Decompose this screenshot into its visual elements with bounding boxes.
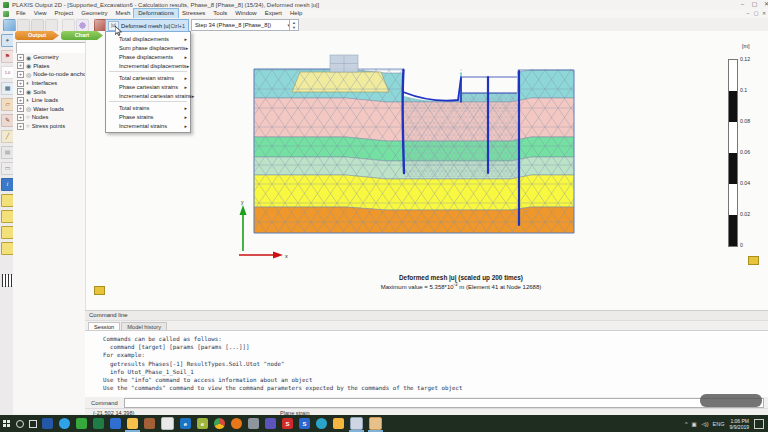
eye-half-icon[interactable]: ◐ [26, 97, 30, 103]
menu-view[interactable]: View [30, 9, 51, 18]
canvas-note-icon[interactable] [94, 286, 105, 295]
taskbar-search-icon[interactable] [13, 415, 26, 432]
expand-icon[interactable]: + [17, 71, 24, 78]
maximize-button[interactable]: ▢ [749, 0, 760, 9]
child-restore-button[interactable]: ▢ [752, 10, 760, 17]
step-selector[interactable]: Step 34 (Phase_8 [Phase_8]) ▾ [191, 19, 292, 31]
menu-item-incremental-cartesian-strains[interactable]: Incremental cartesian strains▸ [106, 91, 190, 100]
menu-item-total-cartesian-strains[interactable]: Total cartesian strains▸ [106, 73, 190, 82]
menu-item-incremental-strains[interactable]: Incremental strains▸ [106, 121, 190, 130]
submenu-arrow-icon: ▸ [187, 63, 190, 69]
legend-note-icon[interactable] [748, 256, 759, 265]
eye-half-icon[interactable]: ◐ [26, 80, 30, 86]
circle-outline-icon[interactable]: ○ [26, 123, 30, 129]
tree-item-water-loads[interactable]: +◎Water loads [13, 105, 85, 114]
taskbar-app-icon-8[interactable] [248, 418, 259, 429]
tree-item-line-loads[interactable]: +◐Line loads [13, 96, 85, 105]
language-label[interactable]: ENG [713, 421, 725, 427]
circle-outline-icon[interactable]: ○ [26, 114, 30, 120]
taskbar-app-icon-5[interactable] [110, 418, 121, 429]
taskbar-app-icon-7[interactable] [197, 418, 208, 429]
expand-icon[interactable]: + [17, 88, 24, 95]
eye-outline-icon[interactable]: ◎ [26, 105, 31, 112]
submenu-arrow-icon: ▸ [186, 45, 189, 51]
network-icon[interactable]: ▣ [692, 421, 697, 427]
taskbar-app-icon-3[interactable] [76, 418, 87, 429]
taskbar-app-icon-11[interactable] [316, 418, 327, 429]
plaxis-window-button[interactable] [369, 417, 382, 430]
session-line: command [target] [params [params [...]]] [85, 343, 768, 351]
x-axis-label: x [285, 253, 288, 259]
menu-item-phase-cartesian-strains[interactable]: Phase cartesian strains▸ [106, 82, 190, 91]
eye-visible-icon[interactable]: ◉ [26, 54, 31, 61]
menu-deformations[interactable]: Deformations [134, 9, 178, 18]
file-explorer-icon[interactable] [127, 418, 138, 429]
menu-geometry[interactable]: Geometry [77, 9, 111, 18]
expand-icon[interactable]: + [17, 80, 24, 87]
taskbar-app-icon-2[interactable] [59, 418, 70, 429]
video-overlay-pill [700, 394, 762, 407]
taskbar-app-icon-1[interactable] [42, 418, 53, 429]
tree-item-soils[interactable]: +◉Soils [13, 87, 85, 96]
close-button[interactable]: ✕ [761, 0, 768, 9]
start-button[interactable] [0, 415, 13, 432]
taskbar-app-icon-9[interactable] [282, 418, 293, 429]
taskbar-app-icon-12[interactable] [333, 418, 344, 429]
eye-visible-icon[interactable]: ◉ [26, 88, 31, 95]
taskbar-app-icon-4[interactable] [93, 418, 104, 429]
taskbar-app-icon-10[interactable] [299, 418, 310, 429]
notification-center-icon[interactable] [754, 419, 764, 429]
step-spinner[interactable]: ▲▼ [289, 19, 299, 31]
menu-item-phase-displacements[interactable]: Phase displacements▸ [106, 52, 190, 61]
tree-item-stress-points[interactable]: +○Stress points [13, 122, 85, 131]
submenu-arrow-icon: ▸ [184, 75, 187, 81]
menu-stresses[interactable]: Stresses [178, 9, 209, 18]
tree-item-node-to-node-anchors[interactable]: +◎Node-to-node anchors [13, 70, 85, 79]
menu-separator [109, 71, 187, 72]
open-window-button-1[interactable] [350, 417, 363, 430]
menu-item-phase-strains[interactable]: Phase strains▸ [106, 112, 190, 121]
eye-outline-icon[interactable]: ◎ [26, 71, 31, 78]
firefox-icon[interactable] [231, 418, 242, 429]
menu-item-incremental-displacements[interactable]: Incremental displacements▸ [106, 61, 190, 70]
submenu-arrow-icon: ▸ [184, 36, 187, 42]
tab-output[interactable]: Output [15, 31, 59, 40]
eye-visible-icon[interactable]: ◉ [26, 62, 31, 69]
tree-item-plates[interactable]: +◉Plates [13, 62, 85, 71]
command-input[interactable] [124, 398, 764, 408]
menu-file[interactable]: File [12, 9, 30, 18]
tree-item-interfaces[interactable]: +◐Interfaces [13, 79, 85, 88]
menu-window[interactable]: Window [231, 9, 260, 18]
menu-tools[interactable]: Tools [209, 9, 231, 18]
menu-help[interactable]: Help [286, 9, 306, 18]
expand-icon[interactable]: + [17, 97, 24, 104]
menu-expert[interactable]: Expert [261, 9, 286, 18]
expand-icon[interactable]: + [17, 123, 24, 130]
menu-item-total-strains[interactable]: Total strains▸ [106, 103, 190, 112]
menu-mesh[interactable]: Mesh [112, 9, 135, 18]
chrome-icon[interactable] [214, 418, 225, 429]
volume-icon[interactable]: ◅)) [701, 421, 709, 427]
tray-chevron-icon[interactable]: ^ [685, 421, 688, 427]
command-line-header[interactable]: Command line [85, 311, 768, 321]
task-view-icon[interactable] [26, 415, 39, 432]
menu-project[interactable]: Project [51, 9, 78, 18]
teams-icon[interactable] [265, 418, 276, 429]
tab-chart[interactable]: Chart [61, 31, 103, 40]
expand-icon[interactable]: + [17, 62, 24, 69]
session-log[interactable]: Commands can be called as follows: comma… [85, 330, 768, 399]
expand-icon[interactable]: + [17, 54, 24, 61]
internet-explorer-icon[interactable] [180, 418, 191, 429]
expand-icon[interactable]: + [17, 105, 24, 112]
mail-icon[interactable] [161, 417, 174, 430]
tree-item-nodes[interactable]: +○Nodes [13, 113, 85, 122]
expand-icon[interactable]: + [17, 114, 24, 121]
menu-item-sum-phase-displacements[interactable]: Sum phase displacements▸ [106, 43, 190, 52]
session-line: Use the "info" command to access informa… [85, 376, 768, 384]
child-minimize-button[interactable]: – [744, 10, 752, 17]
child-close-button[interactable]: ✕ [760, 10, 768, 17]
taskbar-app-icon-6[interactable] [144, 418, 155, 429]
minimize-button[interactable]: – [737, 0, 748, 9]
tree-item-geometry[interactable]: +◉Geometry [13, 53, 85, 62]
clock[interactable]: 1:06 PM 9/9/2019 [730, 418, 749, 430]
